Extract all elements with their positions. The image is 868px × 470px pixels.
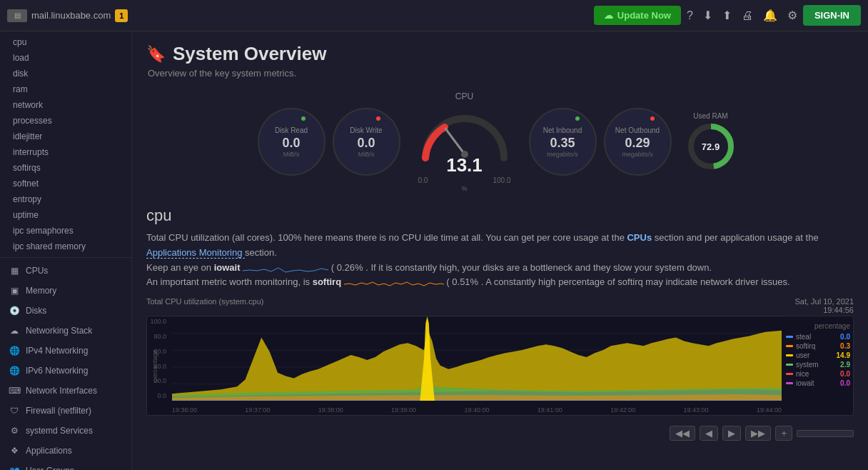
- bell-icon[interactable]: 🔔: [763, 9, 777, 22]
- sidebar-item-uptime[interactable]: uptime: [0, 207, 131, 223]
- topnav-icons: ? ⬇ ⬆ 🖨 🔔 ⚙: [687, 9, 797, 22]
- sidebar-item-ram[interactable]: ram: [0, 81, 131, 97]
- legend-nice: nice 0.0: [786, 370, 850, 378]
- page-title: System Overview: [173, 43, 326, 65]
- sidebar-item-firewall[interactable]: 🛡 Firewall (netfilter): [0, 401, 131, 421]
- sidebar-item-cpu[interactable]: cpu: [0, 34, 131, 50]
- sidebar-item-network-interfaces[interactable]: ⌨ Network Interfaces: [0, 381, 131, 401]
- logo: ▤ mail.linuxbabe.com 1: [7, 9, 128, 22]
- iowait-pct: 0.26%: [337, 262, 363, 273]
- chart-legend: percentage steal 0.0 softirq 0.3 user: [786, 322, 850, 387]
- cpu-min: 0.0: [418, 176, 428, 184]
- sidebar-label-disks: Disks: [26, 306, 46, 316]
- sidebar-label-cpus: CPUs: [26, 266, 48, 276]
- softirq-label: softirq: [313, 276, 344, 287]
- net-icon: ⌨: [9, 385, 20, 396]
- legend-iowait: iowait 0.0: [786, 379, 850, 387]
- page-title-row: 🔖 System Overview: [146, 43, 854, 65]
- chart-next-button[interactable]: ▶: [722, 426, 741, 441]
- cpu-section-text: Total CPU utilization (all cores). 100% …: [146, 231, 854, 290]
- print-icon[interactable]: 🖨: [742, 9, 753, 22]
- disk-read-label: Disk Read: [275, 126, 308, 134]
- sidebar-item-disks[interactable]: 💿 Disks: [0, 301, 131, 321]
- sidebar-label-networking-stack: Networking Stack: [26, 326, 92, 336]
- sidebar-item-user-groups[interactable]: 👥 User Groups: [0, 461, 131, 470]
- logo-icon: ▤: [7, 9, 27, 22]
- chart-next-fast-button[interactable]: ▶▶: [745, 426, 771, 441]
- disk-read-gauge: Disk Read 0.0 MiB/s: [258, 108, 326, 176]
- net-inbound-value: 0.35: [550, 136, 575, 151]
- download-icon[interactable]: ⬇: [703, 9, 712, 22]
- sidebar-label-firewall: Firewall (netfilter): [26, 406, 91, 416]
- sidebar-item-idlejitter[interactable]: idlejitter: [0, 129, 131, 144]
- net-inbound-label: Net Inbound: [543, 126, 582, 134]
- cpu-section-title: cpu: [146, 206, 854, 225]
- cpu-max: 100.0: [493, 176, 510, 184]
- cpu-arc: [418, 104, 511, 161]
- legend-header: percentage: [786, 322, 850, 330]
- disk-write-dot: [376, 116, 380, 121]
- iowait-sparkline: [243, 262, 328, 274]
- globe-icon: 🌐: [9, 345, 20, 356]
- sidebar-item-ipc-shared-memory[interactable]: ipc shared memory: [0, 239, 131, 254]
- signin-button[interactable]: SIGN-IN: [803, 5, 861, 26]
- help-icon[interactable]: ?: [687, 9, 693, 22]
- sidebar-item-disk[interactable]: disk: [0, 66, 131, 81]
- ram-value: 72.9: [702, 141, 720, 152]
- app-monitoring-link[interactable]: Applications Monitoring: [146, 247, 245, 259]
- cpu-icon: ▦: [9, 265, 20, 276]
- cpus-link[interactable]: CPUs: [627, 232, 654, 243]
- main-layout: cpu load disk ram network processes idle…: [0, 31, 868, 470]
- chart-prev-fast-button[interactable]: ◀◀: [670, 426, 695, 441]
- domain-label: mail.linuxbabe.com: [31, 10, 111, 21]
- legend-user: user 14.9: [786, 351, 850, 359]
- sidebar-item-ipc-semaphores[interactable]: ipc semaphores: [0, 223, 131, 239]
- cpu-text3: section.: [245, 247, 277, 258]
- ram-gauge: Used RAM 72.9: [679, 112, 743, 171]
- globe6-icon: 🌐: [9, 365, 20, 376]
- chart-title-row: Total CPU utilization (system.cpu) Sat, …: [146, 297, 854, 314]
- sidebar-item-processes[interactable]: processes: [0, 113, 131, 129]
- sidebar-item-ipv4[interactable]: 🌐 IPv4 Networking: [0, 341, 131, 361]
- cpu-unit: %: [461, 185, 467, 192]
- update-now-label: Update Now: [617, 10, 671, 21]
- sidebar-item-ipv6[interactable]: 🌐 IPv6 Networking: [0, 361, 131, 381]
- sidebar-item-softirqs[interactable]: softirqs: [0, 160, 131, 176]
- sidebar-item-load[interactable]: load: [0, 50, 131, 66]
- net-inbound-dot: [575, 116, 580, 121]
- sidebar-item-entropy[interactable]: entropy: [0, 191, 131, 207]
- cloud-icon: ☁: [9, 325, 20, 336]
- sidebar-item-network[interactable]: network: [0, 97, 131, 113]
- cpu-label: CPU: [455, 91, 473, 101]
- softirq-sparkline: [344, 277, 444, 289]
- steal-color: [786, 336, 793, 338]
- cpu-text6: An important metric worth monitoring, is: [146, 276, 310, 287]
- ram-donut: 72.9: [686, 121, 736, 171]
- legend-steal: steal 0.0: [786, 333, 850, 341]
- sidebar: cpu load disk ram network processes idle…: [0, 31, 132, 470]
- legend-softirq: softirq 0.3: [786, 342, 850, 350]
- chart-nav: ◀◀ ◀ ▶ ▶▶ +: [132, 423, 868, 444]
- sidebar-item-cpus[interactable]: ▦ CPUs: [0, 261, 131, 281]
- sidebar-item-memory[interactable]: ▣ Memory: [0, 281, 131, 301]
- users-icon: 👥: [9, 465, 20, 470]
- settings-icon[interactable]: ⚙: [787, 9, 797, 22]
- chart-prev-button[interactable]: ◀: [700, 426, 718, 441]
- disk-read-value: 0.0: [282, 136, 300, 151]
- upload-icon[interactable]: ⬆: [722, 9, 732, 22]
- disk-write-gauge: Disk Write 0.0 MiB/s: [333, 108, 400, 176]
- sidebar-item-interrupts[interactable]: interrupts: [0, 144, 131, 160]
- sidebar-item-systemd[interactable]: ⚙ systemd Services: [0, 421, 131, 441]
- user-color: [786, 354, 793, 356]
- nice-color: [786, 373, 793, 375]
- chart-pause-button[interactable]: +: [775, 426, 792, 441]
- chart-scroll[interactable]: [797, 430, 854, 437]
- update-now-button[interactable]: ☁ Update Now: [594, 6, 681, 25]
- sidebar-item-applications[interactable]: ❖ Applications: [0, 441, 131, 461]
- legend-system: system 2.9: [786, 361, 850, 369]
- disk-write-unit: MiB/s: [358, 151, 375, 158]
- sidebar-item-softnet[interactable]: softnet: [0, 176, 131, 191]
- iowait-label: iowait: [214, 262, 243, 273]
- cpu-gauge: CPU 13.1 0.0 100.0: [408, 91, 522, 192]
- sidebar-item-networking-stack[interactable]: ☁ Networking Stack: [0, 321, 131, 341]
